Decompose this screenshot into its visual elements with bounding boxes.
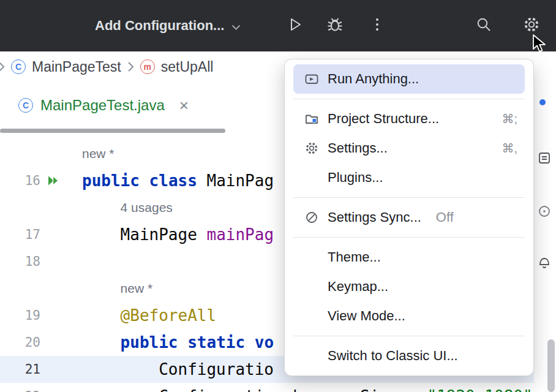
gear-icon bbox=[522, 15, 541, 36]
menu-item-label: Settings... bbox=[328, 140, 388, 156]
method-icon: m bbox=[140, 59, 155, 74]
editor-gutter[interactable] bbox=[0, 194, 80, 221]
sync-off-icon bbox=[304, 210, 319, 225]
class-icon: C bbox=[11, 59, 26, 74]
menu-item-theme[interactable]: Theme... bbox=[293, 243, 525, 272]
code-token: Configuration.browserSize = bbox=[159, 387, 427, 392]
inlay-hint[interactable]: new * bbox=[80, 146, 115, 161]
editor-gutter[interactable]: 22 bbox=[0, 383, 80, 392]
code-token: mainPag bbox=[206, 225, 274, 244]
more-options-button[interactable] bbox=[367, 15, 388, 36]
run-configuration-selector[interactable]: Add Configuration... bbox=[95, 0, 241, 51]
menu-item-label: Plugins... bbox=[328, 170, 383, 186]
menu-separator bbox=[293, 237, 525, 238]
line-number[interactable]: 19 bbox=[25, 308, 40, 323]
code-token: public class bbox=[82, 172, 207, 190]
code-token: Configuratio bbox=[159, 360, 274, 379]
debug-button[interactable] bbox=[325, 15, 345, 36]
editor-gutter[interactable] bbox=[0, 275, 80, 302]
inlay-hint[interactable]: new * bbox=[80, 281, 152, 296]
run-anything-icon bbox=[304, 72, 319, 86]
code-line[interactable]: @BeforeAll bbox=[80, 306, 216, 325]
editor-gutter[interactable]: 19 bbox=[0, 302, 80, 329]
menu-item-switch-to-classic-ui[interactable]: Switch to Classic UI... bbox=[293, 341, 525, 371]
mouse-cursor bbox=[532, 34, 547, 56]
editor-gutter[interactable]: 18 bbox=[0, 248, 80, 275]
menu-item-view-mode[interactable]: View Mode... bbox=[293, 301, 525, 331]
close-tab-icon[interactable]: × bbox=[179, 97, 189, 113]
line-number[interactable]: 18 bbox=[25, 254, 40, 269]
menu-item-label: Keymap... bbox=[328, 279, 388, 295]
code-token: @BeforeAll bbox=[121, 306, 217, 325]
blank-icon bbox=[304, 170, 319, 185]
editor-line: 22Configuration.browserSize = "1920x1080… bbox=[0, 383, 534, 392]
menu-item-label: Switch to Classic UI... bbox=[328, 348, 458, 364]
code-token: public static vo bbox=[121, 333, 274, 352]
line-number[interactable]: 17 bbox=[25, 227, 40, 242]
tab-title: MainPageTest.java bbox=[40, 97, 165, 114]
code-token: MainPag bbox=[207, 172, 274, 190]
editor-gutter[interactable] bbox=[0, 140, 80, 167]
menu-item-project-structure[interactable]: Project Structure...⌘; bbox=[293, 104, 525, 134]
settings-icon bbox=[304, 141, 319, 156]
chevron-right-icon bbox=[0, 61, 5, 72]
line-number[interactable]: 20 bbox=[25, 335, 40, 350]
tool-window-icon[interactable] bbox=[538, 205, 551, 218]
menu-item-label: Theme... bbox=[328, 249, 381, 265]
breadcrumb-method[interactable]: setUpAll bbox=[161, 59, 214, 75]
tool-window-icon[interactable] bbox=[538, 255, 551, 269]
tool-window-icon[interactable] bbox=[538, 151, 551, 165]
kebab-menu-icon bbox=[368, 15, 386, 36]
bug-icon bbox=[326, 15, 344, 36]
menu-item-label: Project Structure... bbox=[328, 111, 439, 127]
breadcrumb-class[interactable]: MainPageTest bbox=[32, 59, 121, 75]
menu-item-plugins[interactable]: Plugins... bbox=[293, 163, 525, 192]
menu-separator bbox=[293, 197, 525, 198]
chevron-right-icon bbox=[127, 61, 134, 72]
menu-item-label: Settings Sync... bbox=[328, 209, 421, 225]
menu-item-settings[interactable]: Settings...⌘, bbox=[293, 134, 525, 163]
search-button[interactable] bbox=[473, 15, 494, 36]
settings-menu-items: Run Anything...Project Structure...⌘;Set… bbox=[285, 64, 533, 371]
editor-gutter[interactable]: 20 bbox=[0, 329, 80, 356]
main-toolbar: Add Configuration... bbox=[0, 0, 556, 51]
settings-menu: Run Anything...Project Structure...⌘;Set… bbox=[284, 59, 534, 376]
blank-icon bbox=[304, 309, 319, 323]
menu-item-run-anything[interactable]: Run Anything... bbox=[293, 64, 525, 94]
code-token: MainPage bbox=[121, 225, 207, 244]
editor-gutter[interactable]: 16 bbox=[0, 167, 80, 194]
right-tool-bar bbox=[534, 51, 556, 392]
blank-icon bbox=[304, 279, 319, 294]
line-number[interactable]: 16 bbox=[25, 173, 40, 188]
search-icon bbox=[475, 15, 493, 36]
code-line[interactable]: public class MainPag bbox=[80, 172, 274, 190]
editor-tab-mainpagetest[interactable]: C MainPageTest.java × bbox=[18, 82, 189, 129]
inlay-hint[interactable]: 4 usages bbox=[80, 200, 173, 215]
menu-item-suffix: Off bbox=[436, 209, 454, 225]
menu-item-keymap[interactable]: Keymap... bbox=[293, 272, 525, 301]
vertical-scrollbar-thumb[interactable] bbox=[547, 339, 555, 392]
code-line[interactable]: Configuration.browserSize = "1920x1080" bbox=[80, 387, 533, 392]
tab-bar-scrollbar-thumb[interactable] bbox=[0, 129, 225, 133]
line-number[interactable]: 21 bbox=[25, 362, 40, 377]
ide-window: Add Configuration... bbox=[0, 0, 556, 392]
menu-item-label: View Mode... bbox=[328, 308, 405, 324]
run-test-icon[interactable] bbox=[47, 173, 61, 190]
play-icon bbox=[285, 15, 304, 36]
menu-separator bbox=[293, 336, 525, 336]
menu-item-settings-sync[interactable]: Settings Sync...Off bbox=[293, 203, 525, 232]
menu-separator bbox=[293, 99, 525, 99]
editor-gutter[interactable]: 17 bbox=[0, 221, 80, 248]
run-configuration-label: Add Configuration... bbox=[95, 18, 224, 34]
code-line[interactable]: Configuratio bbox=[80, 360, 274, 379]
code-line[interactable]: MainPage mainPag bbox=[80, 225, 274, 244]
menu-item-shortcut: ⌘, bbox=[502, 141, 517, 156]
menu-item-label: Run Anything... bbox=[328, 71, 419, 87]
run-button[interactable] bbox=[284, 15, 305, 36]
editor-gutter[interactable]: 21 bbox=[0, 356, 80, 383]
settings-button[interactable] bbox=[521, 15, 542, 36]
line-number[interactable]: 22 bbox=[25, 389, 40, 392]
project-structure-icon bbox=[304, 111, 319, 126]
code-line[interactable]: public static vo bbox=[80, 333, 274, 352]
chevron-down-icon bbox=[231, 18, 241, 34]
